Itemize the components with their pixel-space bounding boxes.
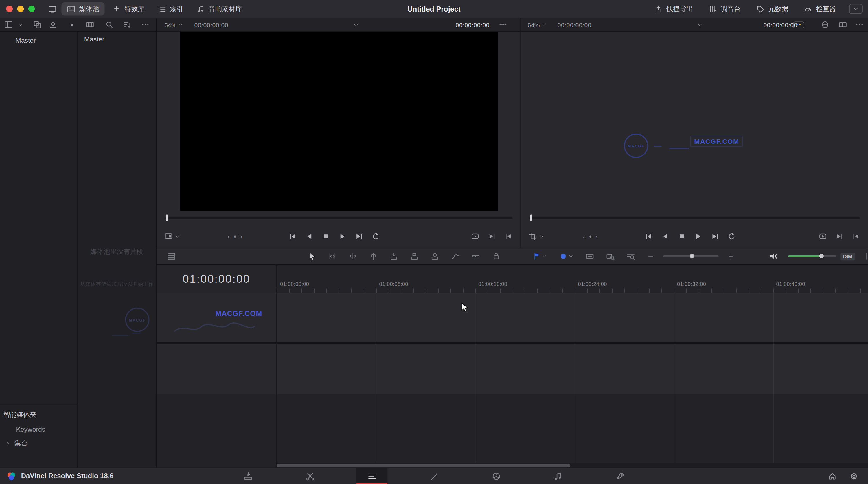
play-reverse-button[interactable] bbox=[661, 232, 669, 241]
timeline-current-timecode[interactable]: 00:00:00:00 bbox=[763, 18, 797, 31]
loop-button[interactable] bbox=[727, 232, 736, 241]
source-video-canvas[interactable] bbox=[180, 32, 497, 210]
source-viewer-more-icon[interactable] bbox=[499, 18, 507, 31]
media-pool-toggle-button[interactable]: 媒体池 bbox=[61, 2, 104, 16]
flag-button[interactable] bbox=[533, 252, 541, 261]
play-to-out-button[interactable] bbox=[835, 232, 844, 241]
timeline-in-timecode[interactable]: 00:00:00:00 bbox=[558, 18, 592, 31]
first-frame-button[interactable] bbox=[644, 232, 653, 241]
effects-library-toggle-button[interactable]: 特效库 bbox=[107, 2, 150, 16]
stop-button[interactable] bbox=[677, 232, 686, 241]
source-zoom-dropdown[interactable]: 64% bbox=[164, 18, 183, 31]
quick-export-button[interactable]: 快捷导出 bbox=[649, 2, 699, 16]
track-height-icon[interactable] bbox=[863, 252, 868, 261]
volume-slider-knob[interactable] bbox=[819, 254, 824, 258]
retime-curve-icon[interactable] bbox=[451, 252, 460, 261]
stop-button[interactable] bbox=[321, 232, 330, 241]
timeline-view-options-icon[interactable] bbox=[167, 252, 176, 261]
timeline-empty-area[interactable] bbox=[277, 395, 868, 463]
timeline-zoom-slider[interactable] bbox=[663, 255, 718, 257]
page-tab-media[interactable] bbox=[232, 468, 264, 484]
timeline-playhead-marker[interactable] bbox=[530, 214, 532, 221]
video-track-lane[interactable] bbox=[277, 293, 868, 342]
play-reverse-button[interactable] bbox=[305, 232, 313, 241]
page-tab-fusion[interactable] bbox=[418, 468, 450, 484]
jog-dot-icon[interactable]: ● bbox=[589, 234, 592, 239]
play-around-button[interactable] bbox=[819, 232, 827, 241]
trim-edit-mode-button[interactable] bbox=[329, 252, 337, 261]
audio-track-lane[interactable] bbox=[277, 344, 868, 394]
first-frame-button[interactable] bbox=[288, 232, 297, 241]
fullscreen-window-button[interactable] bbox=[28, 5, 35, 12]
timeline-ruler[interactable]: 01:00:00:00 01:00:08:00 01:00:16:00 01:0… bbox=[277, 265, 868, 293]
jog-right-icon[interactable]: › bbox=[595, 233, 598, 240]
zoom-slider-knob[interactable] bbox=[690, 254, 694, 258]
dual-screen-icon[interactable] bbox=[839, 18, 847, 31]
source-jog-control[interactable]: ‹ ● › bbox=[227, 233, 242, 240]
pool-more-options-icon[interactable] bbox=[141, 18, 150, 31]
metadata-button[interactable]: 元数据 bbox=[750, 2, 794, 16]
panel-collapse-button[interactable] bbox=[849, 4, 863, 13]
go-to-in-button[interactable] bbox=[852, 232, 861, 241]
speaker-icon[interactable] bbox=[769, 252, 778, 261]
bin-item-master[interactable]: Master bbox=[0, 32, 77, 44]
zoom-in-icon[interactable] bbox=[728, 253, 734, 259]
full-extent-zoom-icon[interactable] bbox=[627, 252, 635, 261]
timeline-zoom-dropdown[interactable]: 64% bbox=[527, 18, 546, 31]
jog-left-icon[interactable]: ‹ bbox=[227, 233, 230, 240]
pool-panel-layout-icon[interactable] bbox=[4, 18, 13, 31]
dim-button[interactable]: DIM bbox=[840, 252, 855, 260]
custom-zoom-icon[interactable] bbox=[586, 252, 594, 261]
flag-chevron-icon[interactable] bbox=[542, 254, 547, 259]
detail-zoom-icon[interactable] bbox=[606, 252, 615, 261]
audio-track-header[interactable] bbox=[157, 344, 276, 394]
page-tab-cut[interactable] bbox=[294, 468, 326, 484]
source-playhead-marker[interactable] bbox=[166, 214, 168, 221]
timeline-seek-bar[interactable] bbox=[521, 210, 868, 225]
crop-display-icon[interactable] bbox=[529, 232, 537, 241]
play-to-out-button[interactable] bbox=[488, 232, 496, 241]
pool-layout-chevron-icon[interactable] bbox=[18, 18, 23, 31]
play-button[interactable] bbox=[338, 232, 347, 241]
project-manager-home-icon[interactable] bbox=[828, 472, 836, 481]
sound-library-toggle-button[interactable]: 音响素材库 bbox=[191, 2, 247, 16]
inspector-button[interactable]: 检查器 bbox=[798, 2, 841, 16]
page-tab-fairlight[interactable] bbox=[542, 468, 574, 484]
crop-chevron-icon[interactable] bbox=[539, 234, 544, 239]
marker-button[interactable] bbox=[559, 252, 567, 261]
timeline-playhead[interactable] bbox=[277, 265, 277, 463]
thumbnail-view-icon[interactable] bbox=[86, 18, 94, 31]
jog-left-icon[interactable]: ‹ bbox=[583, 233, 585, 240]
timeline-horizontal-scrollbar[interactable] bbox=[277, 463, 868, 467]
audio-volume-slider[interactable] bbox=[788, 255, 836, 257]
position-lock-icon[interactable] bbox=[492, 252, 500, 261]
source-in-timecode[interactable]: 00:00:00:00 bbox=[194, 18, 228, 31]
last-frame-button[interactable] bbox=[711, 232, 719, 241]
timeline-video-area[interactable]: MACGF MACGF.COM bbox=[521, 32, 868, 210]
zoom-out-icon[interactable] bbox=[648, 253, 654, 259]
dynamic-trim-mode-button[interactable] bbox=[349, 252, 357, 261]
loop-button[interactable] bbox=[371, 232, 380, 241]
replace-clip-button[interactable] bbox=[431, 252, 439, 261]
selection-tool-button[interactable] bbox=[308, 252, 316, 261]
play-button[interactable] bbox=[694, 232, 703, 241]
chevron-right-icon[interactable] bbox=[5, 441, 10, 446]
search-icon[interactable] bbox=[105, 18, 114, 31]
project-settings-gear-icon[interactable] bbox=[850, 472, 858, 481]
smart-bin-item-keywords[interactable]: Keywords bbox=[0, 422, 77, 435]
timeline-jog-control[interactable]: ‹ ● › bbox=[583, 233, 598, 240]
marker-chevron-icon[interactable] bbox=[568, 254, 574, 259]
timeline-playhead-timecode[interactable]: 01:00:00:00 bbox=[157, 265, 276, 293]
last-frame-button[interactable] bbox=[355, 232, 363, 241]
jog-dot-icon[interactable]: ● bbox=[234, 234, 236, 239]
capture-icon[interactable] bbox=[49, 18, 57, 31]
play-around-button[interactable] bbox=[471, 232, 479, 241]
go-to-in-button[interactable] bbox=[504, 232, 513, 241]
mixer-button[interactable]: 调音台 bbox=[703, 2, 746, 16]
viewer-display-mode-icon[interactable] bbox=[164, 232, 173, 241]
minimize-window-button[interactable] bbox=[17, 5, 24, 12]
sort-icon[interactable] bbox=[123, 18, 131, 31]
timeline-dropdown-chevron-icon[interactable] bbox=[697, 18, 703, 31]
overwrite-clip-button[interactable] bbox=[410, 252, 418, 261]
jog-right-icon[interactable]: › bbox=[240, 233, 243, 240]
